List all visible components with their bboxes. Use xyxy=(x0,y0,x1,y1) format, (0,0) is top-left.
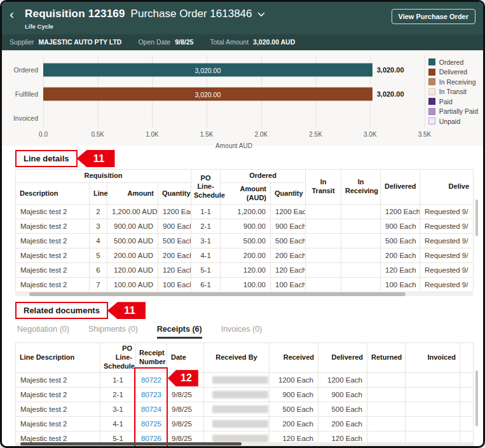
legend-item: Unpaid xyxy=(428,116,478,126)
receipt-number-link[interactable]: 80724 xyxy=(141,405,161,413)
bar-fulfilled[interactable]: 3,020.00 xyxy=(43,88,372,101)
total-amount-value: 3,020.00 AUD xyxy=(253,38,295,46)
received-by-redacted xyxy=(212,391,268,398)
cell-received-by xyxy=(204,387,270,402)
total-amount-meta: Total Amount 3,020.00 AUD xyxy=(210,38,295,46)
legend-item: In Receiving xyxy=(428,77,478,87)
cell-delivered: 1200 Each xyxy=(318,372,367,387)
table-row: Majestic test 26120.00 AUD120 Each5-1120… xyxy=(16,263,474,278)
category-label: Ordered xyxy=(0,66,38,74)
cell-in-transit xyxy=(306,219,341,234)
cell-ordered-quantity: 900 Each xyxy=(271,219,306,234)
cell-delivered: 500 Each xyxy=(381,234,420,248)
cell-amount: 120.00 AUD xyxy=(107,263,158,278)
col-delivery: Delive xyxy=(420,170,474,205)
receipts-vertical-scrollbar[interactable] xyxy=(475,370,478,426)
line-details-vertical-scrollbar[interactable] xyxy=(475,200,478,236)
x-axis-title: Amount AUD xyxy=(43,142,425,149)
cell-received: 1200 Each xyxy=(270,372,318,387)
bar-outside-label: 3,020.00 xyxy=(377,90,404,98)
cell-po: 3-1 xyxy=(191,234,221,248)
receipts-horizontal-scrollbar[interactable] xyxy=(15,442,474,445)
cell-ordered-amount: 900.00 xyxy=(221,219,271,234)
cell-po: 1-1 xyxy=(191,205,221,219)
tab-invoices[interactable]: Invoices (0) xyxy=(221,325,263,339)
tab-shipments[interactable]: Shipments (0) xyxy=(88,325,138,339)
legend-swatch xyxy=(428,118,435,125)
receipt-number-link[interactable]: 80722 xyxy=(141,376,161,384)
cell-receipt-number: 80724 xyxy=(136,402,167,416)
view-purchase-order-button[interactable]: View Purchase Order xyxy=(392,9,475,24)
cell-ordered-quantity: 120 Each xyxy=(271,263,306,278)
cell-ordered-amount: 1,200.00 xyxy=(221,205,271,219)
cell-ordered-amount: 120.00 xyxy=(221,263,271,278)
legend-swatch xyxy=(428,88,435,95)
col-group-requisition: Requisition xyxy=(16,170,191,183)
chevron-down-icon[interactable] xyxy=(257,8,265,20)
line-details-table-wrap: Requisition PO Line-Schedule Ordered In … xyxy=(15,169,474,292)
cell-receipt-number: 80723 xyxy=(136,387,167,402)
col-po-line-schedule: PO Line-Schedule xyxy=(100,343,136,372)
cell-date: 9/8/25 xyxy=(167,387,204,402)
cell-delivery: Requested 9/ xyxy=(420,263,474,278)
legend-label: Delivered xyxy=(439,68,467,76)
cell-po-line-schedule: 1-1 xyxy=(100,372,136,387)
cell-in-receiving xyxy=(341,205,381,219)
legend-swatch xyxy=(428,98,435,105)
legend-swatch xyxy=(428,69,435,76)
x-axis-tick: 0.5K xyxy=(91,131,104,138)
chart-row-fulfilled: Fulfilled3,020.003,020.00 xyxy=(43,82,425,106)
scrollbar-thumb[interactable] xyxy=(20,442,242,445)
cell-line-description: Majestic test 2 xyxy=(16,372,100,387)
col-line-description: Line Description xyxy=(16,343,100,372)
cell-received: 200 Each xyxy=(270,416,318,431)
tab-negotiation[interactable]: Negotiation (0) xyxy=(17,325,69,339)
receipt-number-link[interactable]: 80725 xyxy=(141,420,161,428)
cell-po-line-schedule: 4-1 xyxy=(100,416,136,431)
back-icon[interactable]: ‹ xyxy=(10,8,21,20)
x-axis-tick: 3.0K xyxy=(364,131,377,138)
supplier-label: Supplier xyxy=(10,38,34,46)
table-row: Majestic test 24-1807259/8/25200 Each200… xyxy=(16,416,474,431)
gridline xyxy=(425,56,425,127)
table-row: Majestic test 23-1807249/8/25500 Each500… xyxy=(16,402,474,416)
col-returned: Returned xyxy=(367,343,406,372)
cell-in-receiving xyxy=(341,219,381,234)
chart-row-ordered: Ordered3,020.003,020.00 xyxy=(43,58,425,82)
cell-in-receiving xyxy=(341,248,381,263)
cell-line-description: Majestic test 2 xyxy=(16,445,100,448)
cell-invoiced xyxy=(406,402,460,416)
cell-in-transit xyxy=(306,248,341,263)
cell-filler xyxy=(460,402,474,416)
cell-delivered: 1200 Each xyxy=(381,205,420,219)
related-documents-header-row: Related documents 11 xyxy=(15,302,483,319)
cell-description: Majestic test 2 xyxy=(16,234,90,248)
cell-ordered-quantity: 200 Each xyxy=(271,248,306,263)
cell-po: 5-1 xyxy=(191,263,221,278)
scrollbar-thumb[interactable] xyxy=(29,292,406,296)
cell-delivery: Requested 9/ xyxy=(420,234,474,248)
col-received-by: Received By xyxy=(204,343,270,372)
legend-label: Unpaid xyxy=(439,118,460,125)
line-details-horizontal-scrollbar[interactable] xyxy=(15,292,473,296)
bar-value-label: 3,020.00 xyxy=(43,90,372,98)
x-axis-tick: 1.5K xyxy=(200,131,214,138)
cell-receipt-number: 80725 xyxy=(136,416,167,431)
col-amount: Amount xyxy=(107,182,158,205)
cell-delivery: Requested 9/ xyxy=(420,219,474,234)
receipt-number-link[interactable]: 80723 xyxy=(141,391,161,398)
cell-received-by xyxy=(204,402,270,416)
cell-ordered-amount: 200.00 xyxy=(221,248,271,263)
cell-po-line-schedule: 2-1 xyxy=(100,387,136,402)
receipt-number-link[interactable]: 80726 xyxy=(141,435,161,442)
cell-invoiced xyxy=(406,416,460,431)
bar-ordered[interactable]: 3,020.00 xyxy=(43,64,372,77)
tab-receipts[interactable]: Receipts (6) xyxy=(157,325,202,339)
open-date-label: Open Date xyxy=(138,38,170,46)
x-axis-tick: 2.0K xyxy=(255,131,268,138)
receipts-table-wrap: Line Description PO Line-Schedule Receip… xyxy=(15,343,474,448)
legend-swatch xyxy=(428,108,435,115)
x-axis-tick: 0.0 xyxy=(39,131,48,138)
table-row: Majestic test 26-1807279/8/25100 Each100… xyxy=(16,445,474,448)
cell-line: 2 xyxy=(90,205,107,219)
